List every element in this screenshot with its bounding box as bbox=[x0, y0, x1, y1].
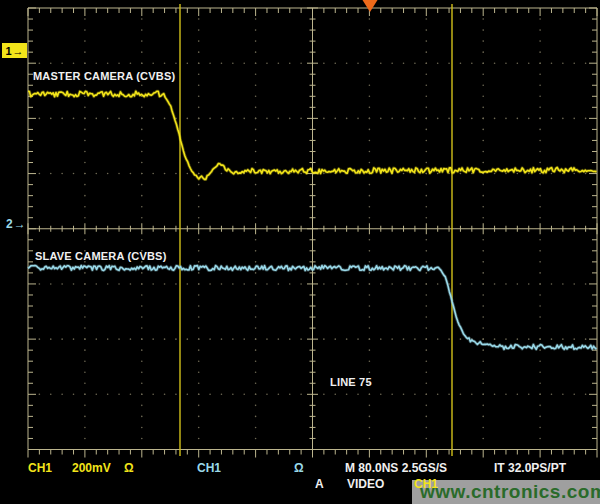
right-arrow-icon: → bbox=[13, 45, 24, 57]
master-camera-label: MASTER CAMERA (CVBS) bbox=[33, 70, 175, 82]
ch2-readout-coupling: Ω bbox=[294, 461, 304, 475]
trigger-mode-readout: A bbox=[315, 477, 324, 491]
trigger-line-label: LINE 75 bbox=[330, 376, 372, 388]
ch1-readout-coupling: Ω bbox=[124, 461, 134, 475]
right-arrow-icon: → bbox=[14, 217, 26, 231]
timebase-readout: M 80.0NS 2.5GS/S bbox=[345, 461, 447, 475]
ch2-position-marker: 2→ bbox=[6, 217, 26, 231]
watermark-text: www.cntronics.com bbox=[420, 481, 600, 503]
trigger-channel-readout: CH1 bbox=[414, 477, 438, 491]
ch1-marker-label: 1 bbox=[5, 45, 11, 57]
trigger-position-icon bbox=[363, 0, 378, 12]
slave-camera-label: SLAVE CAMERA (CVBS) bbox=[35, 250, 167, 262]
ch2-marker-label: 2 bbox=[6, 217, 13, 231]
trigger-source-readout: VIDEO bbox=[347, 477, 384, 491]
ch2-readout-name: CH1 bbox=[197, 461, 221, 475]
ch1-readout-scale: 200mV bbox=[72, 461, 111, 475]
ch1-readout-name: CH1 bbox=[28, 461, 52, 475]
ch1-position-marker: 1→ bbox=[2, 43, 27, 58]
cursor-lines bbox=[180, 4, 452, 456]
oscilloscope-screen: 1→ 2→ MASTER CAMERA (CVBS) SLAVE CAMERA … bbox=[0, 0, 600, 504]
trigger-marker bbox=[363, 0, 378, 12]
sample-resolution-readout: IT 32.0PS/PT bbox=[494, 461, 566, 475]
